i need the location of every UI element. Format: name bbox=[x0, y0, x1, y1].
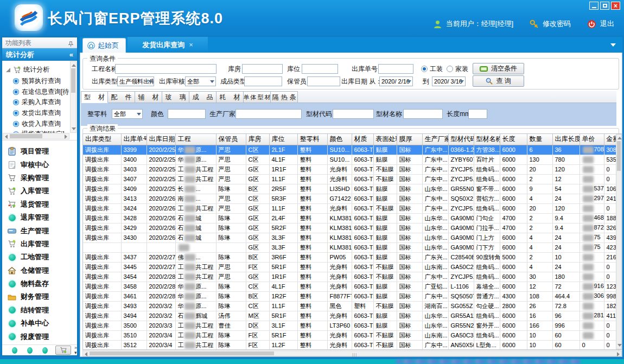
tab-overflow-caret-icon[interactable] bbox=[610, 43, 616, 47]
length-input[interactable] bbox=[468, 109, 487, 119]
column-header-长度[interactable]: 长度 bbox=[500, 134, 527, 145]
material-tab-辅材[interactable]: 辅材 bbox=[135, 91, 162, 103]
circle-icon[interactable] bbox=[27, 347, 33, 354]
column-header-出库日期[interactable]: 出库日期 bbox=[147, 134, 175, 145]
outbound-type-select[interactable]: 生产领料出库 bbox=[117, 76, 154, 86]
maker-input[interactable] bbox=[235, 109, 302, 119]
sidebar-item-退货管理[interactable]: 退货管理 bbox=[2, 198, 77, 211]
sidebar-item-报废管理[interactable]: 报废管理 bbox=[2, 330, 77, 343]
keeper-input[interactable] bbox=[307, 76, 340, 86]
column-header-出库长度[interactable]: 出库长度 bbox=[552, 134, 580, 145]
grid-vertical-scrollbar[interactable] bbox=[616, 134, 622, 349]
column-header-保管员[interactable]: 保管员 bbox=[216, 134, 246, 145]
column-header-型材名称[interactable]: 型材名称 bbox=[474, 134, 500, 145]
material-tab-隔热条[interactable]: 隔热条 bbox=[271, 91, 298, 103]
column-header-整零料[interactable]: 整零料 bbox=[297, 134, 327, 145]
pin-icon[interactable] bbox=[68, 40, 74, 46]
column-header-出库类型[interactable]: 出库类型 bbox=[83, 134, 121, 145]
project-name-input[interactable] bbox=[115, 64, 217, 74]
grid-row[interactable]: 调拨出库35122020/3/4工共工程陈琳F区1L2F整料光身料6063-T5… bbox=[83, 340, 621, 350]
tree-horizontal-scrollbar[interactable] bbox=[3, 133, 69, 139]
minimize-button[interactable] bbox=[589, 2, 598, 10]
material-tab-单体型材[interactable]: 单体型材 bbox=[244, 91, 271, 103]
sidebar-item-物料盘存[interactable]: 物料盘存 bbox=[2, 277, 77, 290]
whole-part-select[interactable]: 全部 bbox=[112, 109, 143, 119]
warehouse-input[interactable] bbox=[242, 64, 283, 74]
grid-row[interactable]: 调拨出库33992020/2/25华原...严思C区2L1F整料SU10...6… bbox=[83, 145, 621, 155]
location-input[interactable] bbox=[302, 64, 338, 74]
tree-root[interactable]: 统计分析 bbox=[5, 65, 49, 74]
tree-item[interactable]: 预算执行查询 bbox=[13, 76, 69, 87]
column-header-库房[interactable]: 库房 bbox=[246, 134, 269, 145]
material-tab-耗材[interactable]: 耗材 bbox=[217, 91, 244, 103]
maximize-button[interactable] bbox=[600, 2, 609, 10]
collapse-icon[interactable]: « bbox=[69, 48, 73, 61]
sidebar-item-结转管理[interactable]: 结转管理 bbox=[2, 304, 77, 317]
product-type-input[interactable] bbox=[244, 76, 282, 86]
outbound-audit-select[interactable]: 全部 bbox=[185, 76, 216, 86]
grid-row[interactable]: 调拨出库34242020/2/26工共工程严思G区1L1F整料光身料6063-T… bbox=[83, 203, 621, 213]
grid-row[interactable]: 调拨出库34092020/2/25长...陈琳B区2R5F整料LI35HD606… bbox=[83, 184, 621, 194]
sidebar-item-财务管理[interactable]: 财务管理 bbox=[2, 290, 77, 303]
circle-icon[interactable] bbox=[42, 347, 48, 354]
grid-row[interactable]: 调拨出库34002020/2/25华原...严思C区4L1F整料SU10...6… bbox=[83, 155, 621, 164]
sidebar-item-审核中心[interactable]: 审核中心 bbox=[2, 158, 77, 171]
grid-row[interactable]: G区3L3F整料KLM38176063-T5贴膜国标山东华...GA90M09.… bbox=[83, 242, 621, 252]
sidebar-item-入库管理[interactable]: 入库管理 bbox=[2, 184, 77, 197]
grid-row[interactable]: 调拨出库34932020/3/2华原...陈琳C区1L1F整料黑色塑料不贴膜国标… bbox=[83, 301, 621, 311]
color-input[interactable] bbox=[168, 109, 206, 119]
column-header-生产厂家[interactable]: 生产厂家 bbox=[422, 134, 448, 145]
column-header-表面处理[interactable]: 表面处理 bbox=[373, 134, 397, 145]
grid-row[interactable]: 调拨出库34292020/2/26石城陈琳G区5R2F整料KLM38176063… bbox=[83, 223, 621, 233]
date-to-select[interactable]: 2020/ 3/16 bbox=[432, 76, 466, 86]
sidebar-item-工地管理[interactable]: 工地管理 bbox=[2, 251, 77, 264]
material-tab-玻璃[interactable]: 玻璃 bbox=[162, 91, 189, 103]
grid-row[interactable]: 调拨出库34282020/2/26石城陈琳G区2L4F整料KLM38176063… bbox=[83, 213, 621, 223]
sidebar-item-仓储管理[interactable]: 仓储管理 bbox=[2, 264, 77, 277]
material-tab-型材[interactable]: 型材 bbox=[81, 91, 108, 103]
radio-home[interactable] bbox=[447, 66, 453, 72]
overflow-chevron-icon[interactable]: »▾ bbox=[74, 346, 77, 355]
sidebar-item-退库管理[interactable]: 退库管理 bbox=[2, 211, 77, 224]
column-header-材质[interactable]: 材质 bbox=[352, 134, 373, 145]
grid-row[interactable]: 调拨出库34612020/2/28华原...陈琳B区1R2F整料F8877FT6… bbox=[83, 291, 621, 301]
close-button[interactable]: × bbox=[611, 2, 620, 10]
grid-row[interactable]: 调拨出库34372020/2/27佛...陈琳B区3R6F整料PW056063-… bbox=[83, 252, 621, 262]
grid-row[interactable]: 调拨出库34032020/2/25工共工程严思G区1R1F整料光身料6063-T… bbox=[83, 164, 621, 174]
change-password-link[interactable]: 修改密码 bbox=[543, 19, 571, 29]
tree-vertical-scrollbar[interactable] bbox=[70, 61, 77, 133]
cart-button[interactable] bbox=[55, 346, 71, 355]
tree-item[interactable]: 采购入库查询 bbox=[13, 97, 69, 108]
circle-icon[interactable] bbox=[12, 347, 17, 354]
grid-row[interactable]: 调拨出库35102020/3/4工共工程陈琳F区5R1F整料光身料6063-T5… bbox=[83, 330, 621, 340]
tree-item[interactable]: 发货出库查询 bbox=[13, 108, 69, 119]
column-header-型材代码[interactable]: 型材代码 bbox=[448, 134, 474, 145]
column-header-出库单号[interactable]: 出库单号 bbox=[121, 134, 147, 145]
column-header-膜厚[interactable]: 膜厚 bbox=[397, 134, 422, 145]
sidebar-item-出库管理[interactable]: 出库管理 bbox=[2, 238, 77, 251]
sidebar-item-采购管理[interactable]: 采购管理 bbox=[2, 171, 77, 184]
sidebar-section-statistics[interactable]: 统计分析 « bbox=[2, 48, 77, 61]
profile-code-input[interactable] bbox=[333, 109, 374, 119]
date-from-select[interactable]: 2020/ 2/16 bbox=[379, 76, 413, 86]
grid-row[interactable]: 调拨出库34302020/2/26石城陈琳G区3L3F整料KLM38176063… bbox=[83, 233, 621, 242]
tab-close-icon[interactable]: × bbox=[189, 41, 193, 49]
sidebar-item-项目管理[interactable]: 项目管理 bbox=[2, 145, 77, 158]
search-button[interactable]: 查 询 bbox=[473, 75, 524, 87]
tree-item[interactable]: 退库管理[待定] bbox=[13, 140, 69, 141]
order-no-input[interactable] bbox=[378, 64, 413, 74]
grid-row[interactable]: 调拨出库34542020/2/28工共工程严思G区1R1F整料光身料6063-T… bbox=[83, 272, 621, 282]
radio-work[interactable] bbox=[421, 66, 428, 72]
column-header-工程[interactable]: 工程 bbox=[175, 134, 216, 145]
logout-link[interactable]: 退出 bbox=[600, 19, 614, 29]
grid-row[interactable]: 调拨出库34132020/2/26南...严思C区5R3F整料G71422606… bbox=[83, 194, 621, 203]
column-header-数量[interactable]: 数量 bbox=[527, 134, 552, 145]
grid-row[interactable]: 调拨出库34072020/2/25工共工程严思G区1L1F整料光身料6063-T… bbox=[83, 174, 621, 184]
material-tab-成品[interactable]: 成品 bbox=[189, 91, 217, 103]
material-tab-配件[interactable]: 配件 bbox=[108, 91, 135, 103]
grid-horizontal-scrollbar[interactable]: ||| bbox=[82, 350, 622, 356]
grid-row[interactable]: 调拨出库35002020/3/3工共工程曹佳D区3L1F整料LT3P606063… bbox=[83, 321, 621, 330]
grid-row[interactable]: 调拨出库34942020/3/2石辉城汤伟M区5R1F整料光身料6063-T5贴… bbox=[83, 311, 621, 321]
sidebar-item-生产管理[interactable]: 生产管理 bbox=[2, 224, 77, 237]
grid-row[interactable]: 调拨出库34452020/2/27工共工程严思F区5R1F整料光身料6063-T… bbox=[83, 262, 621, 272]
